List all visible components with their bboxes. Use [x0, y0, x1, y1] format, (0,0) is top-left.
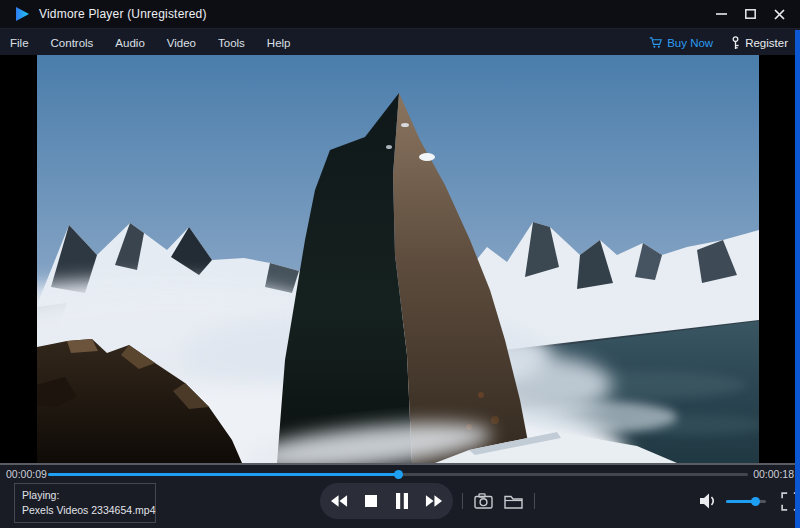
now-playing-filename: Pexels Videos 2334654.mp4 [22, 503, 148, 518]
menu-tools[interactable]: Tools [216, 35, 247, 51]
seek-bar[interactable] [48, 473, 748, 476]
app-window: Vidmore Player (Unregistered) File Contr… [0, 0, 800, 528]
desktop-edge-stripe [795, 30, 800, 528]
app-logo-play-icon [15, 6, 30, 22]
speaker-volume-icon[interactable] [700, 493, 718, 509]
window-title: Vidmore Player (Unregistered) [39, 7, 207, 21]
volume-slider[interactable] [726, 500, 766, 503]
volume-fullscreen-group [700, 483, 800, 519]
elapsed-time: 00:00:09 [6, 468, 47, 480]
maximize-icon[interactable] [739, 3, 761, 25]
register-button[interactable]: Register [731, 36, 788, 50]
close-icon[interactable] [768, 3, 790, 25]
rewind-icon[interactable] [327, 487, 351, 515]
seek-row: 00:00:09 00:00:18 [0, 463, 800, 481]
menu-video[interactable]: Video [165, 35, 198, 51]
video-surface[interactable] [37, 55, 759, 463]
snapshot-group [462, 483, 535, 519]
menu-right-actions: Buy Now Register [649, 29, 788, 56]
buy-now-label: Buy Now [667, 37, 713, 49]
key-icon [731, 36, 740, 50]
menu-help[interactable]: Help [265, 35, 293, 51]
divider [462, 493, 463, 509]
video-scene-mountain-fjord [37, 55, 759, 463]
title-bar[interactable]: Vidmore Player (Unregistered) [0, 0, 800, 28]
shopping-cart-icon [649, 36, 662, 49]
fast-forward-icon[interactable] [422, 487, 446, 515]
seek-progress-fill [48, 473, 398, 476]
menu-audio[interactable]: Audio [113, 35, 146, 51]
minimize-icon[interactable] [710, 3, 732, 25]
volume-thumb[interactable] [751, 497, 760, 506]
video-area [0, 55, 800, 463]
stop-icon[interactable] [359, 487, 383, 515]
total-time: 00:00:18 [753, 468, 794, 480]
now-playing-box: Playing: Pexels Videos 2334654.mp4 [14, 483, 156, 523]
menu-controls[interactable]: Controls [49, 35, 96, 51]
menu-list: File Controls Audio Video Tools Help [8, 35, 293, 51]
menu-bar: File Controls Audio Video Tools Help Buy… [0, 28, 800, 56]
window-controls [710, 0, 790, 28]
pause-icon[interactable] [390, 487, 414, 515]
camera-snapshot-icon[interactable] [474, 493, 493, 509]
menu-file[interactable]: File [8, 35, 31, 51]
seek-thumb[interactable] [394, 470, 403, 479]
control-bar: Playing: Pexels Videos 2334654.mp4 [0, 481, 800, 528]
divider [534, 493, 535, 509]
buy-now-button[interactable]: Buy Now [649, 36, 713, 49]
now-playing-label: Playing: [22, 488, 148, 503]
folder-open-icon[interactable] [504, 494, 523, 509]
transport-controls [320, 483, 453, 519]
register-label: Register [745, 37, 788, 49]
